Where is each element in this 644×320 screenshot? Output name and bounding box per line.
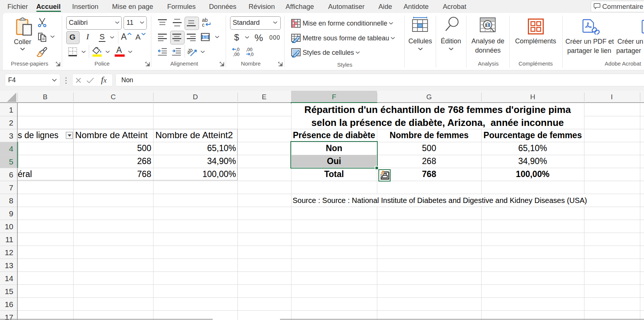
svg-text:c: c xyxy=(202,22,205,27)
svg-text:,00: ,00 xyxy=(233,52,239,57)
svg-text:,0: ,0 xyxy=(250,52,253,57)
